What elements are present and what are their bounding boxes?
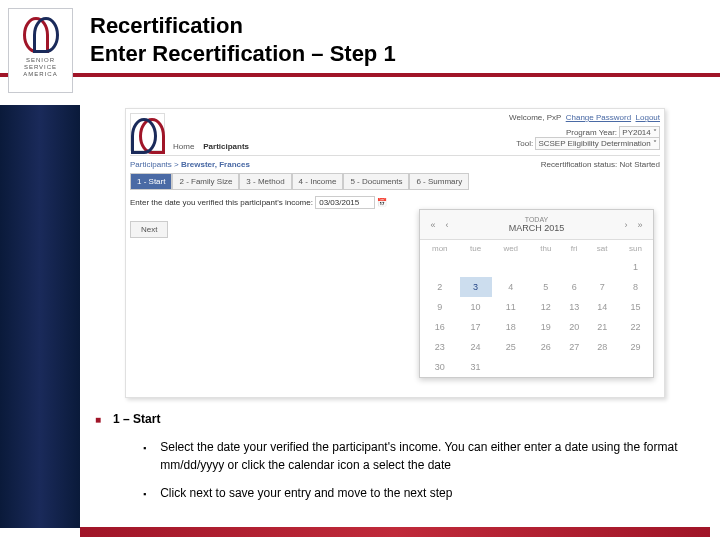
cal-day[interactable]: 12 (530, 297, 562, 317)
cal-day[interactable]: 11 (492, 297, 530, 317)
bottom-decoration (80, 527, 710, 537)
notes-item-2: Click next to save your entry and move t… (160, 484, 452, 502)
side-decoration (0, 105, 80, 528)
cal-day (587, 357, 618, 377)
logo-text-3: AMERICA (13, 71, 68, 78)
cal-day[interactable]: 18 (492, 317, 530, 337)
cal-day[interactable]: 24 (460, 337, 492, 357)
cal-day (562, 257, 587, 277)
wizard-tabs: 1 - Start 2 - Family Size 3 - Method 4 -… (130, 173, 660, 190)
cal-day (492, 257, 530, 277)
cal-day[interactable]: 10 (460, 297, 492, 317)
calendar-icon[interactable]: 📅 (377, 198, 387, 207)
bullet-icon: ■ (95, 412, 101, 428)
cal-day[interactable]: 13 (562, 297, 587, 317)
nav-participants[interactable]: Participants (203, 142, 249, 151)
date-instruction: Enter the date you verified this partici… (130, 198, 313, 207)
cal-day[interactable]: 21 (587, 317, 618, 337)
title-line-2: Enter Recertification – Step 1 (90, 41, 720, 67)
cal-weekday: wed (492, 240, 530, 257)
app-logo (130, 113, 165, 151)
slide-notes: ■ 1 – Start ▪ Select the date your verif… (95, 410, 700, 512)
cal-day[interactable]: 30 (420, 357, 460, 377)
recert-status-value: Not Started (620, 160, 660, 169)
cal-day[interactable]: 6 (562, 277, 587, 297)
cal-day[interactable]: 8 (618, 277, 653, 297)
next-button[interactable]: Next (130, 221, 168, 238)
bullet-icon: ▪ (143, 488, 146, 502)
cal-day (618, 357, 653, 377)
cal-day (530, 257, 562, 277)
change-password-link[interactable]: Change Password (566, 113, 631, 122)
notes-heading: 1 – Start (113, 410, 160, 428)
cal-day[interactable]: 27 (562, 337, 587, 357)
cal-day[interactable]: 7 (587, 277, 618, 297)
tab-summary[interactable]: 6 - Summary (409, 173, 469, 190)
cal-day[interactable]: 28 (587, 337, 618, 357)
tab-family-size[interactable]: 2 - Family Size (172, 173, 239, 190)
cal-day[interactable]: 5 (530, 277, 562, 297)
recert-status-label: Recertification status: (541, 160, 617, 169)
cal-day[interactable]: 16 (420, 317, 460, 337)
calendar-grid: montuewedthufrisatsun 123456789101112131… (420, 240, 653, 377)
cal-next-year[interactable]: » (633, 220, 647, 230)
cal-weekday: thu (530, 240, 562, 257)
cal-weekday: mon (420, 240, 460, 257)
cal-day (492, 357, 530, 377)
cal-next-month[interactable]: › (619, 220, 633, 230)
tab-documents[interactable]: 5 - Documents (343, 173, 409, 190)
cal-day[interactable]: 14 (587, 297, 618, 317)
cal-day[interactable]: 1 (618, 257, 653, 277)
ssa-logo: SENIOR SERVICE AMERICA (8, 8, 73, 93)
tab-start[interactable]: 1 - Start (130, 173, 172, 190)
cal-day[interactable]: 23 (420, 337, 460, 357)
tab-income[interactable]: 4 - Income (292, 173, 344, 190)
cal-day[interactable]: 20 (562, 317, 587, 337)
cal-day[interactable]: 9 (420, 297, 460, 317)
header-divider (0, 73, 720, 77)
cal-month-label: MARCH 2015 (454, 223, 619, 233)
cal-day[interactable]: 2 (420, 277, 460, 297)
cal-day[interactable]: 19 (530, 317, 562, 337)
tab-method[interactable]: 3 - Method (239, 173, 291, 190)
cal-prev-year[interactable]: « (426, 220, 440, 230)
slide-header: Recertification Enter Recertification – … (0, 0, 720, 73)
bullet-icon: ▪ (143, 442, 146, 474)
cal-weekday: fri (562, 240, 587, 257)
cal-weekday: sun (618, 240, 653, 257)
cal-day[interactable]: 29 (618, 337, 653, 357)
logo-mark (21, 15, 61, 55)
welcome-text: Welcome, PxP (509, 113, 561, 122)
app-nav: Home Participants (173, 142, 249, 151)
cal-weekday: sat (587, 240, 618, 257)
calendar-popup: « ‹ TODAY MARCH 2015 › » montuewedthufri… (419, 209, 654, 378)
program-year-label: Program Year: (566, 128, 617, 137)
date-input[interactable]: 03/03/2015 (315, 196, 375, 209)
logo-text-1: SENIOR (13, 57, 68, 64)
logo-text-2: SERVICE (13, 64, 68, 71)
cal-day[interactable]: 31 (460, 357, 492, 377)
title-line-1: Recertification (90, 12, 720, 41)
cal-weekday: tue (460, 240, 492, 257)
breadcrumb[interactable]: Participants > Brewster, Frances (130, 160, 250, 169)
cal-day[interactable]: 26 (530, 337, 562, 357)
cal-day[interactable]: 4 (492, 277, 530, 297)
cal-day (587, 257, 618, 277)
cal-day (530, 357, 562, 377)
cal-day[interactable]: 22 (618, 317, 653, 337)
cal-day (562, 357, 587, 377)
nav-home[interactable]: Home (173, 142, 194, 151)
cal-day (420, 257, 460, 277)
logout-link[interactable]: Logout (636, 113, 660, 122)
cal-day (460, 257, 492, 277)
cal-day[interactable]: 3 (460, 277, 492, 297)
app-screenshot: Home Participants Welcome, PxP Change Pa… (125, 108, 665, 398)
cal-today-label[interactable]: TODAY (454, 216, 619, 223)
notes-item-1: Select the date your verified the partic… (160, 438, 700, 474)
cal-day[interactable]: 25 (492, 337, 530, 357)
cal-day[interactable]: 15 (618, 297, 653, 317)
tool-select[interactable]: SCSEP Eligibility Determination ˅ (535, 137, 660, 150)
tool-label: Tool: (516, 139, 533, 148)
cal-prev-month[interactable]: ‹ (440, 220, 454, 230)
cal-day[interactable]: 17 (460, 317, 492, 337)
